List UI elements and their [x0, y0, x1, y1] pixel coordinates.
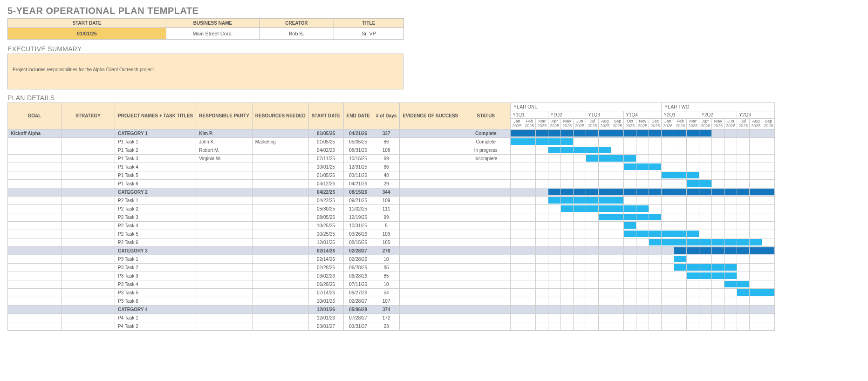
info-start-date[interactable]: 01/01/25 [8, 28, 166, 40]
cell-res[interactable] [252, 297, 308, 305]
cell-end[interactable]: 08/31/25 [343, 146, 373, 154]
cell-resp[interactable] [196, 263, 253, 272]
cell-res[interactable] [252, 272, 308, 280]
cell-project[interactable]: P1 Task 5 [115, 171, 196, 179]
cell-strategy[interactable] [62, 129, 115, 137]
cell-start[interactable]: 01/05/25 [308, 129, 343, 137]
cell-end[interactable]: 02/28/27 [343, 297, 373, 305]
cell-goal[interactable] [8, 171, 62, 179]
cell-strategy[interactable] [62, 213, 115, 221]
cell-goal[interactable] [8, 163, 62, 171]
cell-evidence[interactable] [400, 280, 461, 288]
cell-strategy[interactable] [62, 137, 115, 146]
cell-status[interactable] [461, 272, 511, 280]
cell-strategy[interactable] [62, 263, 115, 272]
cell-strategy[interactable] [62, 305, 115, 313]
cell-status[interactable] [461, 213, 511, 221]
cell-days[interactable]: 48 [373, 171, 399, 179]
cell-goal[interactable] [8, 280, 62, 288]
cell-resp[interactable] [196, 213, 253, 221]
cell-start[interactable]: 01/05/25 [308, 137, 343, 146]
cell-project[interactable]: P3 Task 2 [115, 263, 196, 272]
cell-resp[interactable] [196, 297, 253, 305]
cell-resp[interactable]: Virginia W. [196, 154, 253, 163]
cell-resp[interactable] [196, 179, 253, 188]
cell-resp[interactable] [196, 280, 253, 288]
cell-goal[interactable] [8, 146, 62, 154]
cell-days[interactable]: 85 [373, 272, 399, 280]
cell-resp[interactable]: John K. [196, 137, 253, 146]
cell-goal[interactable] [8, 137, 62, 146]
cell-res[interactable] [252, 288, 308, 297]
cell-start[interactable]: 10/01/26 [308, 297, 343, 305]
cell-start[interactable]: 07/11/25 [308, 154, 343, 163]
cell-days[interactable]: 66 [373, 163, 399, 171]
cell-start[interactable]: 04/22/25 [308, 196, 343, 204]
cell-project[interactable]: P4 Task 1 [115, 313, 196, 322]
cell-strategy[interactable] [62, 179, 115, 188]
cell-res[interactable] [252, 204, 308, 213]
cell-res[interactable] [252, 196, 308, 204]
cell-goal[interactable] [8, 305, 62, 313]
summary-box[interactable]: Project includes responsibilities for th… [7, 54, 403, 89]
cell-end[interactable]: 05/06/28 [343, 305, 373, 313]
cell-resp[interactable] [196, 188, 253, 196]
cell-strategy[interactable] [62, 171, 115, 179]
cell-strategy[interactable] [62, 297, 115, 305]
cell-status[interactable] [461, 246, 511, 255]
cell-end[interactable]: 12/31/25 [343, 163, 373, 171]
cell-status[interactable] [461, 297, 511, 305]
cell-goal[interactable] [8, 272, 62, 280]
cell-status[interactable] [461, 204, 511, 213]
cell-evidence[interactable] [400, 230, 461, 238]
cell-end[interactable]: 11/02/25 [343, 204, 373, 213]
cell-evidence[interactable] [400, 305, 461, 313]
cell-strategy[interactable] [62, 188, 115, 196]
cell-start[interactable]: 03/12/26 [308, 179, 343, 188]
cell-days[interactable]: 99 [373, 213, 399, 221]
cell-status[interactable] [461, 313, 511, 322]
cell-end[interactable]: 03/26/26 [343, 230, 373, 238]
cell-start[interactable]: 08/05/25 [308, 213, 343, 221]
cell-status[interactable] [461, 263, 511, 272]
cell-project[interactable]: P1 Task 6 [115, 179, 196, 188]
cell-end[interactable]: 05/05/25 [343, 137, 373, 146]
cell-goal[interactable] [8, 297, 62, 305]
cell-end[interactable]: 08/15/26 [343, 238, 373, 246]
cell-resp[interactable] [196, 204, 253, 213]
cell-evidence[interactable] [400, 263, 461, 272]
cell-resp[interactable]: Kim P. [196, 129, 253, 137]
cell-project[interactable]: P1 Task 4 [115, 163, 196, 171]
cell-project[interactable]: P2 Task 1 [115, 196, 196, 204]
cell-start[interactable]: 12/01/26 [308, 313, 343, 322]
cell-days[interactable]: 185 [373, 238, 399, 246]
cell-start[interactable]: 01/05/26 [308, 171, 343, 179]
cell-res[interactable] [252, 221, 308, 230]
cell-resp[interactable] [196, 246, 253, 255]
cell-goal[interactable] [8, 263, 62, 272]
cell-evidence[interactable] [400, 272, 461, 280]
cell-days[interactable]: 10 [373, 255, 399, 263]
cell-res[interactable] [252, 129, 308, 137]
cell-start[interactable]: 10/25/25 [308, 221, 343, 230]
cell-evidence[interactable] [400, 288, 461, 297]
cell-start[interactable]: 07/14/26 [308, 288, 343, 297]
cell-status[interactable] [461, 255, 511, 263]
cell-end[interactable]: 12/19/25 [343, 213, 373, 221]
cell-goal[interactable] [8, 154, 62, 163]
cell-evidence[interactable] [400, 297, 461, 305]
cell-goal[interactable] [8, 322, 62, 330]
cell-status[interactable]: In progress [461, 146, 511, 154]
cell-res[interactable] [252, 230, 308, 238]
cell-resp[interactable] [196, 196, 253, 204]
cell-status[interactable] [461, 305, 511, 313]
cell-project[interactable]: P3 Task 1 [115, 255, 196, 263]
cell-res[interactable] [252, 280, 308, 288]
cell-strategy[interactable] [62, 230, 115, 238]
cell-res[interactable] [252, 305, 308, 313]
cell-project[interactable]: CATEGORY 3 [115, 246, 196, 255]
cell-project[interactable]: CATEGORY 4 [115, 305, 196, 313]
cell-project[interactable]: CATEGORY 2 [115, 188, 196, 196]
cell-res[interactable] [252, 171, 308, 179]
cell-start[interactable]: 06/28/26 [308, 280, 343, 288]
